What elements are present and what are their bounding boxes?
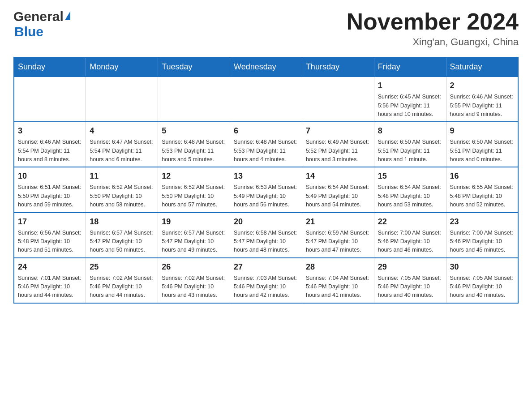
calendar-cell: 19Sunrise: 6:57 AM Sunset: 5:47 PM Dayli…: [158, 213, 230, 258]
calendar-week-row: 3Sunrise: 6:46 AM Sunset: 5:54 PM Daylig…: [14, 122, 518, 167]
calendar-week-row: 1Sunrise: 6:45 AM Sunset: 5:56 PM Daylig…: [14, 77, 518, 122]
calendar-cell: 16Sunrise: 6:55 AM Sunset: 5:48 PM Dayli…: [446, 167, 518, 212]
day-info: Sunrise: 6:47 AM Sunset: 5:54 PM Dayligh…: [90, 138, 154, 164]
day-number: 10: [18, 170, 82, 182]
calendar-cell: 27Sunrise: 7:03 AM Sunset: 5:46 PM Dayli…: [230, 258, 302, 303]
day-number: 21: [306, 216, 370, 228]
day-info: Sunrise: 6:52 AM Sunset: 5:50 PM Dayligh…: [162, 183, 226, 209]
calendar-cell: 30Sunrise: 7:05 AM Sunset: 5:46 PM Dayli…: [446, 258, 518, 303]
day-number: 23: [450, 216, 514, 228]
calendar-cell: 22Sunrise: 7:00 AM Sunset: 5:46 PM Dayli…: [374, 213, 446, 258]
weekday-header-wednesday: Wednesday: [230, 57, 302, 77]
day-number: 4: [90, 125, 154, 137]
calendar-cell: 14Sunrise: 6:54 AM Sunset: 5:49 PM Dayli…: [302, 167, 374, 212]
location-text: Xing'an, Guangxi, China: [347, 36, 519, 48]
day-number: 7: [306, 125, 370, 137]
day-info: Sunrise: 6:53 AM Sunset: 5:49 PM Dayligh…: [234, 183, 298, 209]
day-info: Sunrise: 7:04 AM Sunset: 5:46 PM Dayligh…: [306, 274, 370, 300]
day-info: Sunrise: 6:48 AM Sunset: 5:53 PM Dayligh…: [234, 138, 298, 164]
calendar-cell: 28Sunrise: 7:04 AM Sunset: 5:46 PM Dayli…: [302, 258, 374, 303]
calendar-cell: 20Sunrise: 6:58 AM Sunset: 5:47 PM Dayli…: [230, 213, 302, 258]
day-number: 24: [18, 261, 82, 273]
calendar-cell: 17Sunrise: 6:56 AM Sunset: 5:48 PM Dayli…: [14, 213, 86, 258]
calendar-week-row: 10Sunrise: 6:51 AM Sunset: 5:50 PM Dayli…: [14, 167, 518, 212]
day-number: 17: [18, 216, 82, 228]
day-number: 12: [162, 170, 226, 182]
day-number: 18: [90, 216, 154, 228]
day-number: 28: [306, 261, 370, 273]
calendar-cell: 18Sunrise: 6:57 AM Sunset: 5:47 PM Dayli…: [86, 213, 158, 258]
day-number: 27: [234, 261, 298, 273]
calendar-cell: 10Sunrise: 6:51 AM Sunset: 5:50 PM Dayli…: [14, 167, 86, 212]
day-number: 22: [378, 216, 442, 228]
day-info: Sunrise: 7:02 AM Sunset: 5:46 PM Dayligh…: [162, 274, 226, 300]
day-info: Sunrise: 6:48 AM Sunset: 5:53 PM Dayligh…: [162, 138, 226, 164]
day-number: 29: [378, 261, 442, 273]
calendar-cell: 23Sunrise: 7:00 AM Sunset: 5:46 PM Dayli…: [446, 213, 518, 258]
calendar-cell: 15Sunrise: 6:54 AM Sunset: 5:48 PM Dayli…: [374, 167, 446, 212]
calendar-cell: 11Sunrise: 6:52 AM Sunset: 5:50 PM Dayli…: [86, 167, 158, 212]
day-number: 19: [162, 216, 226, 228]
day-info: Sunrise: 6:50 AM Sunset: 5:51 PM Dayligh…: [378, 138, 442, 164]
day-number: 11: [90, 170, 154, 182]
day-info: Sunrise: 6:56 AM Sunset: 5:48 PM Dayligh…: [18, 229, 82, 255]
weekday-header-monday: Monday: [86, 57, 158, 77]
day-info: Sunrise: 6:45 AM Sunset: 5:56 PM Dayligh…: [378, 93, 442, 119]
page-header: General Blue November 2024 Xing'an, Guan…: [13, 9, 519, 48]
calendar-cell: 2Sunrise: 6:46 AM Sunset: 5:55 PM Daylig…: [446, 77, 518, 122]
calendar-cell: 1Sunrise: 6:45 AM Sunset: 5:56 PM Daylig…: [374, 77, 446, 122]
day-info: Sunrise: 6:46 AM Sunset: 5:55 PM Dayligh…: [450, 93, 514, 119]
day-number: 16: [450, 170, 514, 182]
calendar-week-row: 17Sunrise: 6:56 AM Sunset: 5:48 PM Dayli…: [14, 213, 518, 258]
day-info: Sunrise: 6:46 AM Sunset: 5:54 PM Dayligh…: [18, 138, 82, 164]
day-number: 6: [234, 125, 298, 137]
calendar-cell: 6Sunrise: 6:48 AM Sunset: 5:53 PM Daylig…: [230, 122, 302, 167]
title-block: November 2024 Xing'an, Guangxi, China: [347, 9, 519, 48]
calendar-week-row: 24Sunrise: 7:01 AM Sunset: 5:46 PM Dayli…: [14, 258, 518, 303]
calendar-cell: 4Sunrise: 6:47 AM Sunset: 5:54 PM Daylig…: [86, 122, 158, 167]
calendar-cell: 7Sunrise: 6:49 AM Sunset: 5:52 PM Daylig…: [302, 122, 374, 167]
month-title: November 2024: [347, 9, 519, 34]
day-info: Sunrise: 6:51 AM Sunset: 5:50 PM Dayligh…: [18, 183, 82, 209]
day-info: Sunrise: 6:52 AM Sunset: 5:50 PM Dayligh…: [90, 183, 154, 209]
logo-general-text: General: [13, 9, 64, 24]
day-number: 25: [90, 261, 154, 273]
calendar-cell: 21Sunrise: 6:59 AM Sunset: 5:47 PM Dayli…: [302, 213, 374, 258]
calendar-cell: [86, 77, 158, 122]
day-info: Sunrise: 6:57 AM Sunset: 5:47 PM Dayligh…: [162, 229, 226, 255]
day-info: Sunrise: 6:54 AM Sunset: 5:49 PM Dayligh…: [306, 183, 370, 209]
calendar-cell: 8Sunrise: 6:50 AM Sunset: 5:51 PM Daylig…: [374, 122, 446, 167]
day-number: 30: [450, 261, 514, 273]
calendar-cell: 24Sunrise: 7:01 AM Sunset: 5:46 PM Dayli…: [14, 258, 86, 303]
calendar-cell: 25Sunrise: 7:02 AM Sunset: 5:46 PM Dayli…: [86, 258, 158, 303]
logo-triangle-icon: [65, 11, 70, 20]
day-info: Sunrise: 7:03 AM Sunset: 5:46 PM Dayligh…: [234, 274, 298, 300]
logo: General Blue: [13, 9, 70, 39]
day-info: Sunrise: 7:05 AM Sunset: 5:46 PM Dayligh…: [450, 274, 514, 300]
day-info: Sunrise: 6:55 AM Sunset: 5:48 PM Dayligh…: [450, 183, 514, 209]
day-number: 3: [18, 125, 82, 137]
day-number: 26: [162, 261, 226, 273]
day-info: Sunrise: 6:57 AM Sunset: 5:47 PM Dayligh…: [90, 229, 154, 255]
calendar-cell: [230, 77, 302, 122]
day-number: 20: [234, 216, 298, 228]
calendar-cell: [158, 77, 230, 122]
weekday-header-sunday: Sunday: [14, 57, 86, 77]
day-info: Sunrise: 7:01 AM Sunset: 5:46 PM Dayligh…: [18, 274, 82, 300]
calendar-table: SundayMondayTuesdayWednesdayThursdayFrid…: [13, 57, 519, 304]
day-number: 15: [378, 170, 442, 182]
weekday-header-saturday: Saturday: [446, 57, 518, 77]
logo-blue-text: Blue: [14, 24, 43, 39]
weekday-header-tuesday: Tuesday: [158, 57, 230, 77]
day-number: 14: [306, 170, 370, 182]
weekday-header-thursday: Thursday: [302, 57, 374, 77]
day-number: 13: [234, 170, 298, 182]
calendar-cell: 3Sunrise: 6:46 AM Sunset: 5:54 PM Daylig…: [14, 122, 86, 167]
weekday-header-row: SundayMondayTuesdayWednesdayThursdayFrid…: [14, 57, 518, 77]
day-number: 1: [378, 80, 442, 92]
calendar-cell: [302, 77, 374, 122]
day-number: 5: [162, 125, 226, 137]
day-info: Sunrise: 7:05 AM Sunset: 5:46 PM Dayligh…: [378, 274, 442, 300]
calendar-cell: 9Sunrise: 6:50 AM Sunset: 5:51 PM Daylig…: [446, 122, 518, 167]
day-number: 9: [450, 125, 514, 137]
